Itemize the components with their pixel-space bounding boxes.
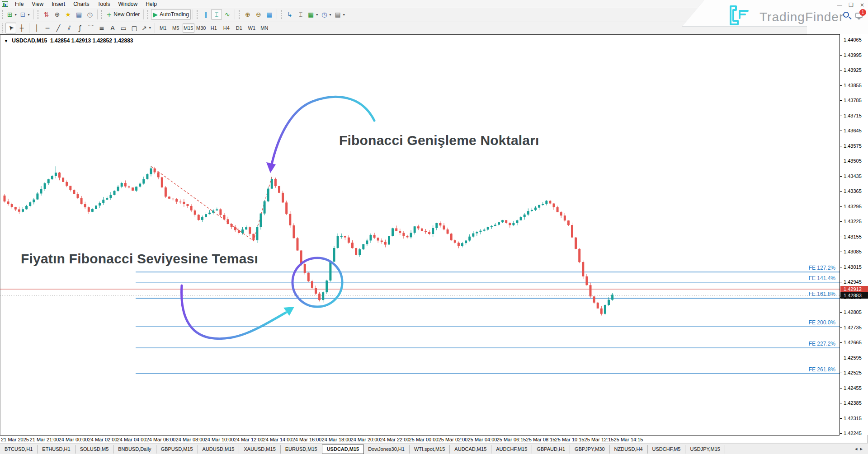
history-center-button[interactable]: ◷▾	[320, 9, 333, 20]
tab-scroll-left-icon[interactable]: ◂	[855, 446, 860, 451]
menu-charts[interactable]: Charts	[69, 0, 93, 8]
strategy-tester-button[interactable]: ◷	[85, 9, 95, 20]
toolbar-gripper	[2, 23, 4, 33]
periods-icon: ⌶	[299, 11, 302, 18]
menu-view[interactable]: View	[28, 0, 47, 8]
chart-line-button[interactable]: ∿	[222, 9, 233, 20]
arrows-tool-tool-button[interactable]: ↗▾	[140, 23, 153, 33]
tab-scroll-arrows[interactable]: ◂▸	[855, 446, 865, 452]
crosshair-tool-button[interactable]: ┼	[16, 23, 27, 33]
text-label-tool-button[interactable]: ▭	[118, 23, 129, 33]
tab-gbpjpy-m30[interactable]: GBPJPY,M30	[570, 445, 609, 454]
window-minimize-button[interactable]: —	[837, 2, 842, 8]
vertical-line-tool-button[interactable]: │	[31, 23, 42, 33]
price-axis[interactable]: 1.440651.439951.439251.438551.437851.437…	[840, 34, 868, 435]
timeframe-d1-button[interactable]: D1	[233, 23, 245, 33]
chart-plot-area[interactable]: FE 127.2%FE 141.4%FE 161.8%FE 200.0%FE 2…	[0, 34, 840, 435]
tab-ethusd-h1[interactable]: ETHUSD,H1	[38, 445, 75, 454]
chart-bars-button[interactable]: ∥	[200, 9, 211, 20]
chat-icon[interactable]	[855, 13, 863, 18]
menu-file[interactable]: File	[11, 0, 28, 8]
tab-usdchf-m5[interactable]: USDCHF,M5	[648, 445, 686, 454]
timeframe-m5-button[interactable]: M5	[170, 23, 182, 33]
time-tick: 25 Mar 02:00	[439, 437, 468, 442]
toolbar-gripper	[239, 10, 241, 19]
search-icon[interactable]	[843, 12, 849, 18]
profiles-caret-icon[interactable]: ▾	[28, 13, 29, 17]
timeframe-h1-button[interactable]: H1	[208, 23, 220, 33]
indicators-button[interactable]: ↳	[284, 9, 295, 20]
templates-button[interactable]: ▦▾	[306, 9, 320, 20]
terminal-button[interactable]: ▤	[74, 9, 85, 20]
fibonacci-fan-tool-button[interactable]: ⌒	[85, 23, 96, 33]
vertical-line-icon: │	[35, 25, 38, 31]
tab-audusd-m15[interactable]: AUDUSD,M15	[198, 445, 240, 454]
tab-nzdusd-h4[interactable]: NZDUSD,H4	[610, 445, 648, 454]
horizontal-line-tool-button[interactable]: ─	[42, 23, 53, 33]
chart-candles-button[interactable]: ⌶	[211, 9, 222, 20]
arrows-tool-icon: ↗	[142, 25, 147, 31]
menu-help[interactable]: Help	[142, 0, 161, 8]
annotation-price-touch-fibonacci: Fiyatın Fibonacci Seviyesine Teması	[21, 251, 258, 267]
tab-eurusd-m15[interactable]: EURUSD,M15	[281, 445, 322, 454]
annotation-fibonacci-expansion-points: Fibonacci Genişleme Noktaları	[339, 133, 539, 148]
data-window-button[interactable]: ⊕	[52, 9, 63, 20]
tab-dowjones30-h1[interactable]: DowJones30,H1	[363, 445, 410, 454]
menu-insert[interactable]: Insert	[47, 0, 69, 8]
new-chart-button[interactable]: ⊞▾	[5, 9, 19, 20]
timeframe-m30-button[interactable]: M30	[195, 23, 207, 33]
autotrading-icon: ▶	[153, 11, 158, 18]
fibonacci-retracement-tool-button[interactable]: ƒ	[75, 23, 85, 33]
tab-audchf-m15[interactable]: AUDCHF,M15	[491, 445, 532, 454]
timeframe-h4-button[interactable]: H4	[221, 23, 232, 33]
toolbar-gripper	[101, 10, 104, 19]
tab-scroll-right-icon[interactable]: ▸	[860, 446, 865, 451]
autotrading-button[interactable]: ▶AutoTrading	[151, 9, 191, 20]
trendline-tool-button[interactable]: ╱	[53, 23, 64, 33]
timeframe-m15-button[interactable]: M15	[183, 23, 194, 33]
price-tick: 1.43715	[840, 112, 868, 119]
tab-usdjpy-m15[interactable]: USDJPY,M15	[685, 445, 725, 454]
templates-caret-icon[interactable]: ▾	[316, 13, 318, 17]
tab-wti-spot-m15[interactable]: WTI.spot,M15	[410, 445, 450, 454]
new-order-button[interactable]: +New Order	[105, 9, 142, 20]
navigator-icon: ★	[65, 11, 71, 18]
tab-usdcad-m15[interactable]: USDCAD,M15	[322, 445, 364, 454]
shapes-tool-button[interactable]: ▢	[129, 23, 140, 33]
timeframe-mn-button[interactable]: MN	[259, 23, 270, 33]
profiles-button[interactable]: ⊡▾	[19, 9, 32, 20]
market-watch-button[interactable]: ⇅	[41, 9, 52, 20]
new-chart-caret-icon[interactable]: ▾	[15, 13, 17, 17]
cursor-tool-button[interactable]: ➤	[5, 23, 16, 33]
fibonacci-lines-tool-button[interactable]: ≡	[96, 23, 107, 33]
chart-options-caret-icon[interactable]: ▾	[343, 13, 345, 17]
equidistant-channel-tool-button[interactable]: ⫽	[64, 23, 75, 33]
arrows-tool-caret-icon[interactable]: ▾	[149, 26, 151, 30]
tab-xauusd-m15[interactable]: XAUUSD,M15	[239, 445, 280, 454]
zoom-out-button[interactable]: ⊖	[253, 9, 264, 20]
history-center-caret-icon[interactable]: ▾	[329, 13, 331, 17]
timeframe-m1-button[interactable]: M1	[157, 23, 169, 33]
tab-gbpusd-m15[interactable]: GBPUSD,M15	[156, 445, 198, 454]
tile-windows-button[interactable]: ▦	[264, 9, 275, 20]
menu-tools[interactable]: Tools	[94, 0, 114, 8]
tab-btcusd-h1[interactable]: BTCUSD,H1	[0, 445, 38, 454]
price-tick: 1.42945	[840, 279, 868, 285]
menu-window[interactable]: Window	[114, 0, 142, 8]
chart-options-button[interactable]: ▤▾	[333, 9, 346, 20]
text-tool-button[interactable]: A	[107, 23, 118, 33]
navigator-button[interactable]: ★	[63, 9, 74, 20]
tab-solusd-m5[interactable]: SOLUSD,M5	[75, 445, 114, 454]
time-axis[interactable]: 21 Mar 202521 Mar 21:0024 Mar 00:0024 Ma…	[0, 435, 840, 443]
tab-bnbusd-daily[interactable]: BNBUSD,Daily	[113, 445, 156, 454]
tab-gbpaud-h1[interactable]: GBPAUD,H1	[532, 445, 570, 454]
window-restore-button[interactable]: ❒	[849, 2, 854, 8]
timeframe-w1-button[interactable]: W1	[246, 23, 258, 33]
new-order-label: New Order	[113, 11, 140, 18]
svg-text:FE 261.8%: FE 261.8%	[809, 366, 836, 373]
zoom-in-button[interactable]: ⊕	[242, 9, 253, 20]
svg-text:FE 227.2%: FE 227.2%	[809, 341, 836, 347]
periods-button[interactable]: ⌶	[295, 9, 306, 20]
tab-audcad-m15[interactable]: AUDCAD,M15	[450, 445, 491, 454]
window-close-button[interactable]: ×	[860, 2, 864, 8]
